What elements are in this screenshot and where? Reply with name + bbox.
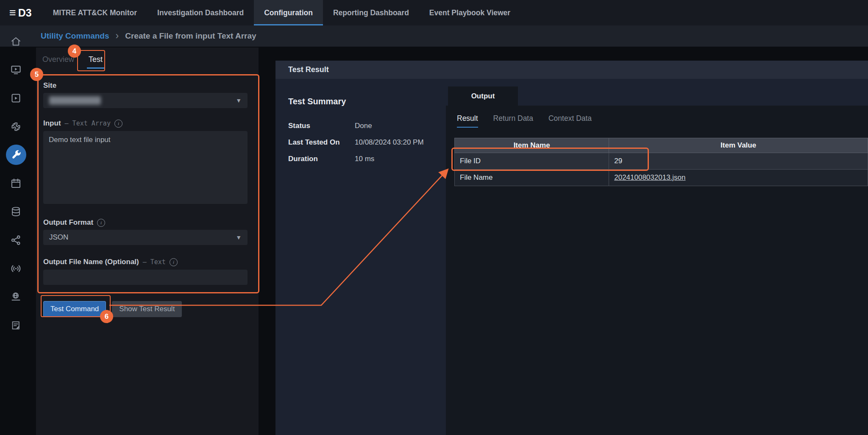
output-tab-strip: Output: [446, 79, 868, 106]
test-result-title: Test Result: [288, 65, 329, 74]
nav-reporting-dashboard[interactable]: Reporting Dashboard: [323, 0, 419, 25]
sidebar-item-utility-commands[interactable]: [6, 145, 26, 165]
sidebar-item-database[interactable]: [6, 201, 26, 222]
d3-logo-text: D3: [18, 7, 32, 19]
subtab-result[interactable]: Result: [457, 114, 478, 128]
summary-row-status: Status Done: [288, 122, 446, 130]
top-nav: ≡ D3 MITRE ATT&CK Monitor Investigation …: [0, 0, 868, 25]
tab-test[interactable]: Test: [87, 55, 104, 69]
form-actions: Test Command Show Test Result: [36, 301, 259, 317]
table-row-file-name[interactable]: File Name 20241008032013.json: [455, 170, 868, 186]
site-field-label: Site: [43, 81, 248, 90]
d3-logo[interactable]: ≡ D3: [0, 0, 43, 25]
sidebar-item-home[interactable]: [6, 31, 26, 51]
file-id-value-cell: 29: [609, 153, 868, 170]
file-name-value-cell: 20241008032013.json: [609, 170, 868, 186]
tab-overview[interactable]: Overview: [41, 55, 76, 69]
share-nodes-icon: [10, 234, 22, 246]
breadcrumb-current: Create a File from input Text Array: [125, 31, 256, 41]
duration-value: 10 ms: [355, 155, 374, 163]
nav-mitre-attack-monitor[interactable]: MITRE ATT&CK Monitor: [43, 0, 147, 25]
subtab-context-data[interactable]: Context Data: [548, 114, 592, 128]
output-file-name-label: Output File Name (Optional) – Text i: [43, 258, 248, 266]
breadcrumb: Utility Commands › Create a File from in…: [0, 25, 868, 47]
output-file-name-input[interactable]: [43, 270, 248, 285]
command-config-panel: Overview Test Site ▼ Input – Text Array …: [36, 47, 259, 435]
site-value-redacted: [49, 96, 101, 105]
video-file-icon: [10, 92, 22, 104]
annotation-badge-4: 4: [68, 45, 81, 58]
file-download-link[interactable]: 20241008032013.json: [614, 173, 685, 181]
input-textarea[interactable]: Demo text file input: [43, 131, 248, 204]
annotation-badge-6: 6: [100, 310, 113, 323]
info-icon[interactable]: i: [170, 258, 178, 266]
result-table: Item Name Item Value File ID 29 File Nam…: [454, 138, 868, 186]
globe-icon: [10, 291, 22, 303]
status-value: Done: [355, 122, 372, 130]
home-icon: [10, 36, 22, 47]
calendar-icon: [10, 178, 22, 189]
output-pane: Output Result Return Data Context Data I…: [446, 79, 868, 435]
summary-row-duration: Duration 10 ms: [288, 155, 446, 163]
annotation-badge-5: 5: [30, 68, 43, 81]
breadcrumb-separator-icon: ›: [116, 30, 119, 42]
tab-output[interactable]: Output: [448, 86, 518, 106]
puzzle-icon: [10, 121, 22, 132]
sidebar-item-monitor-play[interactable]: [6, 59, 26, 80]
show-test-result-button[interactable]: Show Test Result: [112, 301, 182, 317]
database-icon: [10, 206, 22, 218]
sidebar-item-video-library[interactable]: [6, 88, 26, 108]
test-result-body: Test Summary Status Done Last Tested On …: [275, 79, 868, 435]
test-command-form: Site ▼ Input – Text Array i Demo text fi…: [36, 69, 259, 285]
broadcast-signal-icon: [10, 263, 22, 274]
test-result-header: Test Result: [275, 61, 868, 79]
output-format-value: JSON: [49, 233, 68, 242]
sidebar-item-integrations[interactable]: [6, 116, 26, 137]
result-table-header-row: Item Name Item Value: [455, 138, 868, 153]
nav-configuration[interactable]: Configuration: [254, 0, 323, 25]
chevron-down-icon: ▼: [236, 97, 242, 104]
sidebar-item-broadcast[interactable]: [6, 258, 26, 279]
table-row-file-id[interactable]: File ID 29: [455, 153, 868, 170]
info-icon[interactable]: i: [114, 120, 122, 128]
top-nav-items: MITRE ATT&CK Monitor Investigation Dashb…: [43, 0, 520, 25]
header-item-value: Item Value: [609, 138, 868, 153]
input-field-label: Input – Text Array i: [43, 119, 248, 128]
file-name-name-cell: File Name: [455, 170, 609, 186]
header-item-name: Item Name: [455, 138, 609, 153]
wrench-icon: [10, 149, 22, 161]
document-edit-icon: [10, 320, 22, 331]
d3-logo-icon: ≡: [9, 7, 16, 19]
output-format-select[interactable]: JSON ▼: [43, 230, 248, 245]
sidebar-item-schedule[interactable]: [6, 173, 26, 193]
info-icon[interactable]: i: [97, 219, 105, 227]
file-id-name-cell: File ID: [455, 153, 609, 170]
last-tested-value: 10/08/2024 03:20 PM: [355, 138, 424, 147]
nav-investigation-dashboard[interactable]: Investigation Dashboard: [147, 0, 254, 25]
breadcrumb-parent-link[interactable]: Utility Commands: [41, 31, 109, 41]
chevron-down-icon: ▼: [236, 234, 242, 241]
sidebar-item-share-nodes[interactable]: [6, 230, 26, 250]
output-subtabs: Result Return Data Context Data: [446, 106, 868, 128]
test-summary-title: Test Summary: [288, 97, 446, 106]
sidebar-item-web-globe[interactable]: [6, 287, 26, 307]
monitor-play-icon: [10, 64, 22, 75]
nav-event-playbook-viewer[interactable]: Event Playbook Viewer: [419, 0, 520, 25]
test-summary-pane: Test Summary Status Done Last Tested On …: [275, 79, 446, 435]
icon-sidebar: [0, 25, 32, 435]
sidebar-item-audit-log[interactable]: [6, 315, 26, 335]
test-command-button[interactable]: Test Command: [43, 301, 106, 317]
app-screen: ≡ D3 MITRE ATT&CK Monitor Investigation …: [0, 0, 868, 435]
summary-row-last-tested: Last Tested On 10/08/2024 03:20 PM: [288, 138, 446, 147]
output-format-label: Output Format i: [43, 218, 248, 227]
subtab-return-data[interactable]: Return Data: [493, 114, 533, 128]
site-select[interactable]: ▼: [43, 93, 248, 108]
